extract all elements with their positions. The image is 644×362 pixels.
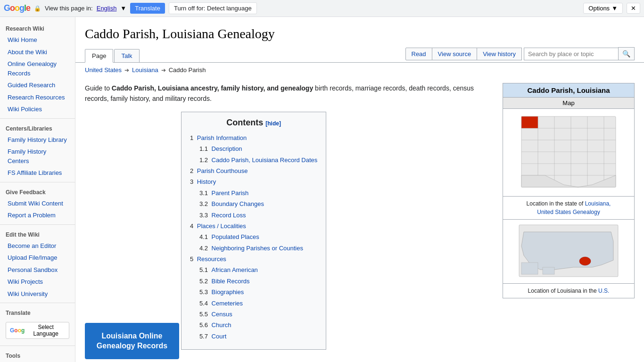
toc-link[interactable]: 3 History — [190, 178, 216, 185]
toc-item: 4.2 Neighboring Parishes or Counties — [190, 243, 317, 254]
breadcrumb-caddo: Caddo Parish — [169, 66, 206, 74]
toc-item: 4 Places / Localities — [190, 221, 317, 231]
toc-box: Contents [hide] 1 Parish Information1.1 … — [181, 112, 326, 350]
options-dropdown-icon: ▼ — [611, 5, 618, 12]
infobox-us-link[interactable]: U.S. — [598, 288, 609, 294]
infobox-louisiana-link[interactable]: Louisiana, — [585, 200, 611, 207]
breadcrumb-louisiana[interactable]: Louisiana — [132, 66, 158, 74]
sidebar-section-translate: Translate — [0, 306, 75, 318]
sidebar-divider-1 — [0, 118, 75, 119]
options-button[interactable]: Options ▼ — [583, 3, 623, 14]
sidebar-item-online-genealogy[interactable]: Online Genealogy Records — [0, 58, 75, 79]
toc-item: 3 History — [190, 176, 317, 187]
sidebar-item-wiki-policies[interactable]: Wiki Policies — [0, 103, 75, 115]
sidebar-item-upload-file[interactable]: Upload File/Image — [0, 252, 75, 264]
cta-button[interactable]: Louisiana Online Genealogy Records — [85, 323, 179, 360]
breadcrumb-arrow-1: ➔ — [124, 67, 129, 74]
view-page-text: View this page in: — [45, 5, 93, 12]
turn-off-button[interactable]: Turn off for: Detect language — [169, 2, 257, 14]
sidebar-item-submit-wiki[interactable]: Submit Wiki Content — [0, 197, 75, 210]
sidebar-item-fhl[interactable]: Family History Library — [0, 134, 75, 146]
sidebar-item-personal-sandbox[interactable]: Personal Sandbox — [0, 264, 75, 276]
tab-talk[interactable]: Talk — [114, 49, 139, 62]
toc-link[interactable]: 4.1 Populated Places — [199, 233, 259, 240]
sidebar-item-fhc[interactable]: Family History Centers — [0, 146, 75, 167]
sidebar-item-about-wiki[interactable]: About the Wiki — [0, 46, 75, 58]
search-input[interactable] — [524, 48, 618, 60]
toc-link[interactable]: 4.2 Neighboring Parishes or Counties — [199, 245, 303, 252]
toc-item: 3.1 Parent Parish — [190, 188, 317, 198]
tab-view-history[interactable]: View history — [477, 48, 522, 60]
toc-link[interactable]: 3.3 Record Loss — [199, 212, 246, 219]
toc-item: 3.2 Boundary Changes — [190, 198, 317, 209]
search-button[interactable]: 🔍 — [618, 47, 635, 60]
toc-item: 2 Parish Courthouse — [190, 165, 317, 176]
toc-link[interactable]: 1.2 Caddo Parish, Louisiana Record Dates — [199, 156, 317, 164]
sidebar-divider-2 — [0, 182, 75, 182]
lock-icon: 🔒 — [34, 5, 41, 12]
toc-link[interactable]: 5.7 Court — [199, 333, 226, 340]
louisiana-parish-map — [517, 112, 620, 192]
intro-bold: Caddo Parish, Louisiana ancestry, family… — [112, 84, 313, 92]
infobox-map2 — [503, 220, 634, 284]
main-content: Caddo Parish, Louisiana Genealogy Page T… — [75, 17, 644, 362]
toc-link[interactable]: 5.3 Biographies — [199, 288, 244, 296]
svg-point-15 — [579, 257, 591, 265]
toc-item: 5.4 Cemeteries — [190, 298, 317, 309]
sidebar: Research Wiki Wiki Home About the Wiki O… — [0, 17, 75, 362]
toc-item: 5.3 Biographies — [190, 287, 317, 297]
toc-item: 3.3 Record Loss — [190, 210, 317, 221]
toc-hide-link[interactable]: [hide] — [265, 120, 281, 127]
translate-section: Goog Select Language — [0, 318, 75, 343]
svg-rect-11 — [521, 116, 538, 128]
sidebar-item-guided-research[interactable]: Guided Research — [0, 79, 75, 91]
close-button[interactable]: ✕ — [627, 3, 640, 14]
sidebar-divider-3 — [0, 224, 75, 225]
sidebar-item-fs-affiliate[interactable]: FS Affiliate Libraries — [0, 167, 75, 179]
toc-link[interactable]: 3.1 Parent Parish — [199, 189, 248, 197]
lang-dropdown-icon[interactable]: ▼ — [120, 5, 126, 12]
toc-link[interactable]: 5.1 African American — [199, 266, 258, 273]
toc-link[interactable]: 5.6 Church — [199, 321, 231, 329]
sidebar-divider-5 — [0, 346, 75, 346]
translate-button[interactable]: Translate — [130, 3, 165, 14]
toc-link[interactable]: 1 Parish Information — [190, 134, 247, 141]
select-language-label: Select Language — [26, 324, 65, 337]
toc-link[interactable]: 1.1 Description — [199, 145, 242, 152]
toc-item: 1.2 Caddo Parish, Louisiana Record Dates — [190, 155, 317, 165]
toc-item: 5.6 Church — [190, 320, 317, 330]
toc-link[interactable]: 5.5 Census — [199, 311, 232, 318]
tabs-left: Page Talk — [85, 49, 140, 62]
tab-read[interactable]: Read — [405, 48, 432, 60]
toc-link[interactable]: 3.2 Boundary Changes — [199, 200, 264, 207]
language-link[interactable]: English — [97, 5, 117, 12]
toc-title: Contents [hide] — [190, 118, 317, 128]
toc-item: 5.2 Bible Records — [190, 276, 317, 287]
toc-item: 5.5 Census — [190, 309, 317, 320]
sidebar-item-report-problem[interactable]: Report a Problem — [0, 209, 75, 222]
search-box: 🔍 — [524, 47, 635, 60]
infobox: Caddo Parish, Louisiana Map — [503, 83, 635, 298]
toc-link[interactable]: 4 Places / Localities — [190, 222, 246, 230]
toc-item: 5.1 African American — [190, 264, 317, 275]
select-language-button[interactable]: Goog Select Language — [6, 322, 69, 339]
toc-link[interactable]: 5 Resources — [190, 255, 226, 263]
toc-item: 1.1 Description — [190, 143, 317, 154]
sidebar-item-wiki-projects[interactable]: Wiki Projects — [0, 276, 75, 288]
toc-items: 1 Parish Information1.1 Description1.2 C… — [190, 132, 317, 342]
tab-page[interactable]: Page — [85, 49, 113, 63]
sidebar-item-research-resources[interactable]: Research Resources — [0, 91, 75, 104]
app-container: Research Wiki Wiki Home About the Wiki O… — [0, 17, 644, 362]
toc-link[interactable]: 5.2 Bible Records — [199, 278, 250, 285]
toc-link[interactable]: 5.4 Cemeteries — [199, 300, 243, 307]
sidebar-item-wiki-home[interactable]: Wiki Home — [0, 34, 75, 46]
g-logo-small: Goog — [10, 327, 25, 334]
toc-link[interactable]: 2 Parish Courthouse — [190, 167, 248, 174]
sidebar-item-wiki-university[interactable]: Wiki University — [0, 288, 75, 300]
tab-view-source[interactable]: View source — [432, 48, 478, 60]
infobox-us-genealogy-link[interactable]: United States Genealogy — [537, 209, 600, 215]
breadcrumb-us[interactable]: United States — [85, 66, 122, 74]
sidebar-item-become-editor[interactable]: Become an Editor — [0, 240, 75, 252]
infobox-caption2: Location of Louisiana in the U.S. — [503, 284, 634, 298]
sidebar-section-research-wiki: Research Wiki — [0, 22, 75, 34]
